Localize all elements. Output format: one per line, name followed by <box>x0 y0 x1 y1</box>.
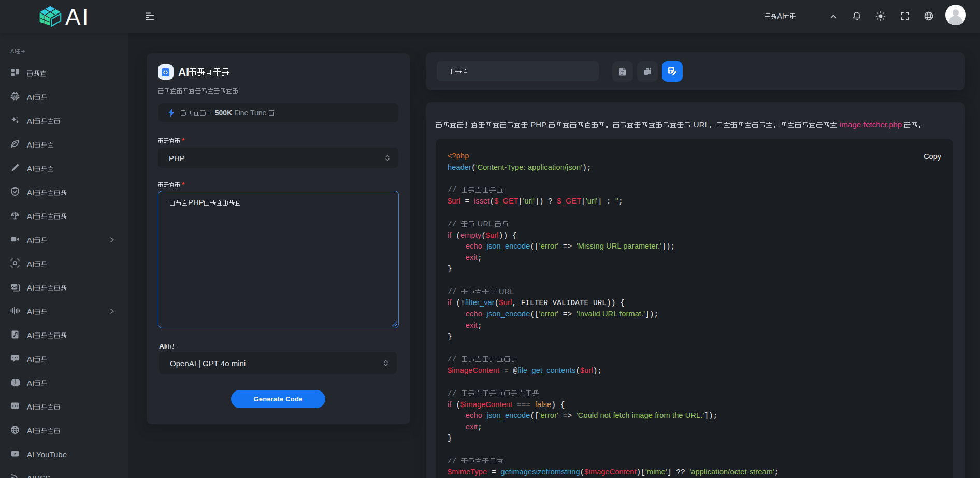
svg-text:AI: AI <box>13 95 17 98</box>
